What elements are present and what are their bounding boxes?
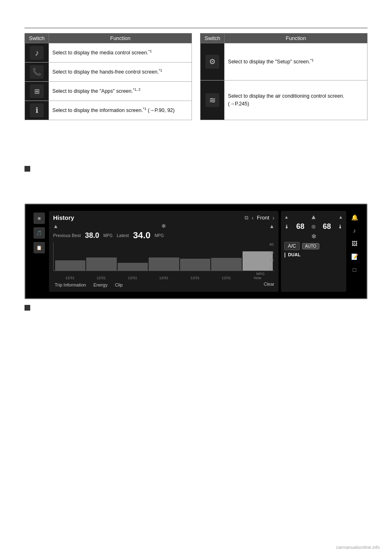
bar-5 [180, 259, 210, 271]
right-temp-controls: ▲ [339, 215, 343, 219]
body-text-8 [24, 313, 368, 319]
body-text-13 [24, 358, 368, 364]
phone-switch-cell: 📞 [25, 63, 49, 82]
history-header: History ⧉ ‹ Front › [53, 214, 274, 221]
screen-bottom-tabs: Trip Information Energy Clip Clear [53, 282, 274, 289]
dual-label: DUAL [288, 252, 301, 257]
ac-fan-middle: ❄ [284, 233, 343, 240]
prev-best-unit: MPG [103, 233, 113, 238]
gear-icon: ⚙ [205, 55, 219, 69]
date-4: 12/31 [149, 276, 179, 280]
screen-ac-panel: ▲ ▲ ▲ 🌡 68 ❊ 68 🌡 ❄ [281, 211, 346, 292]
info-function-text: Select to display the information screen… [52, 107, 174, 113]
sidebar-icon-list[interactable]: 📋 [33, 242, 45, 253]
table-row: ℹ Select to display the information scre… [25, 101, 192, 120]
body-text-1 [24, 128, 368, 133]
body-text-2 [24, 137, 368, 142]
gear-function-text: Select to display the "Setup" screen.*1 [228, 59, 314, 65]
auto-label[interactable]: AUTO [302, 243, 319, 249]
body-text-7 [24, 192, 368, 198]
left-table-function-header: Function [49, 34, 192, 43]
ac-switch-cell: ≋ [200, 80, 225, 120]
temp-icon-left: 🌡 [284, 224, 290, 230]
body-text-3 [24, 145, 368, 151]
prev-best-label: Previous Best [53, 233, 81, 238]
table-row: ≋ Select to display the air conditioning… [200, 80, 368, 120]
history-top-right: ⧉ ‹ Front › [245, 215, 274, 221]
left-up-arrow[interactable]: ▲ [284, 215, 289, 219]
body-text-14 [24, 367, 368, 373]
watermark: carmanualsonline.info [336, 544, 380, 550]
prev-best-value: 38.0 [85, 231, 99, 240]
right-icon-note[interactable]: 📝 [350, 252, 359, 262]
right-switch-table: Switch Function ⚙ Select to display the … [200, 33, 368, 120]
mpg-row: Previous Best 38.0 MPG Latest 34.0 MPG [53, 230, 274, 241]
bar-6 [211, 258, 241, 271]
gear-switch-cell: ⚙ [200, 43, 225, 81]
table-row: 📞 Select to display the hands-free contr… [25, 63, 192, 82]
right-icon-bell[interactable]: 🔔 [350, 213, 359, 222]
scale-unit: MPG [53, 272, 274, 276]
section-bullet-2 [24, 305, 30, 311]
tab-clip[interactable]: Clip [113, 282, 124, 289]
history-nav-left[interactable]: ‹ [252, 215, 254, 221]
bar-chart: 60 40 20 0 [53, 242, 274, 271]
right-up-arrow[interactable]: ▲ [339, 215, 343, 219]
latest-value: 34.0 [133, 230, 151, 241]
right-icon-square[interactable]: □ [350, 265, 359, 275]
history-nav-right[interactable]: › [272, 215, 274, 221]
up-arrow-left[interactable]: ▲ [53, 223, 58, 229]
fan-icon: ❄ [161, 223, 166, 229]
phone-function-cell: Select to display the hands-free control… [49, 63, 192, 82]
date-1: 12/31 [55, 276, 85, 280]
ac-top-row: ▲ ▲ ▲ [284, 213, 343, 221]
body-text-15 [24, 376, 368, 382]
body-text-4 [24, 154, 368, 160]
info-function-cell: Select to display the information screen… [49, 101, 192, 120]
phone-sup: *1 [159, 68, 163, 72]
apps-function-cell: Select to display the "Apps" screen.*1, … [49, 82, 192, 101]
date-6: 12/31 [211, 276, 242, 280]
date-now: Now [242, 276, 273, 280]
ac-temp-row: 🌡 68 ❊ 68 🌡 [284, 222, 343, 231]
screen-main-panel: History ⧉ ‹ Front › ▲ ❄ ▲ Previous Best [49, 211, 278, 292]
screen-content: ≡ 🎵 📋 History ⧉ ‹ Front › ▲ [29, 208, 363, 294]
fan-center-icon: ❄ [311, 233, 316, 240]
body-text-10 [24, 331, 368, 337]
latest-label: Latest [117, 233, 129, 238]
auto-knob-container: AUTO [302, 243, 319, 249]
temp-right-value: 68 [323, 222, 331, 231]
body-text-12 [24, 349, 368, 355]
sidebar-icon-music[interactable]: 🎵 [33, 227, 45, 239]
bar-2 [86, 257, 116, 271]
right-icon-photo[interactable]: 🖼 [350, 239, 359, 248]
dual-pipe: | [284, 252, 285, 257]
section-bullet-1 [24, 166, 30, 172]
bar-4 [149, 257, 179, 271]
ac-icon: ≋ [205, 93, 219, 107]
right-icon-music[interactable]: ♪ [350, 226, 359, 235]
sidebar-icon-bars[interactable]: ≡ [33, 213, 45, 224]
history-title: History [53, 214, 74, 221]
tab-trip[interactable]: Trip Information [53, 282, 88, 289]
chart-scale: 60 40 20 0 [270, 242, 274, 271]
right-table-switch-header: Switch [200, 34, 225, 43]
tab-clear[interactable]: Clear [264, 282, 274, 289]
table-row: ⊞ Select to display the "Apps" screen.*1… [25, 82, 192, 101]
ac-function-text: Select to display the air conditioning c… [228, 93, 344, 107]
bar-1 [55, 260, 85, 271]
tables-container: Switch Function ♪ Select to display the … [24, 33, 368, 120]
table-row: ⚙ Select to display the "Setup" screen.*… [200, 43, 368, 81]
fan-up-icon[interactable]: ▲ [310, 213, 317, 221]
scale-20: 20 [270, 258, 274, 262]
history-refresh-icon[interactable]: ⧉ [245, 215, 248, 221]
up-arrow-right[interactable]: ▲ [269, 223, 274, 229]
scale-40: 40 [270, 251, 274, 255]
phone-function-text: Select to display the hands-free control… [52, 69, 162, 75]
gear-sup: *1 [310, 58, 314, 62]
scale-0: 0 [270, 266, 274, 271]
left-switch-table: Switch Function ♪ Select to display the … [24, 33, 192, 120]
right-table-function-header: Function [225, 34, 368, 43]
tab-energy[interactable]: Energy [92, 282, 109, 289]
ac-button[interactable]: A/C [284, 242, 300, 250]
